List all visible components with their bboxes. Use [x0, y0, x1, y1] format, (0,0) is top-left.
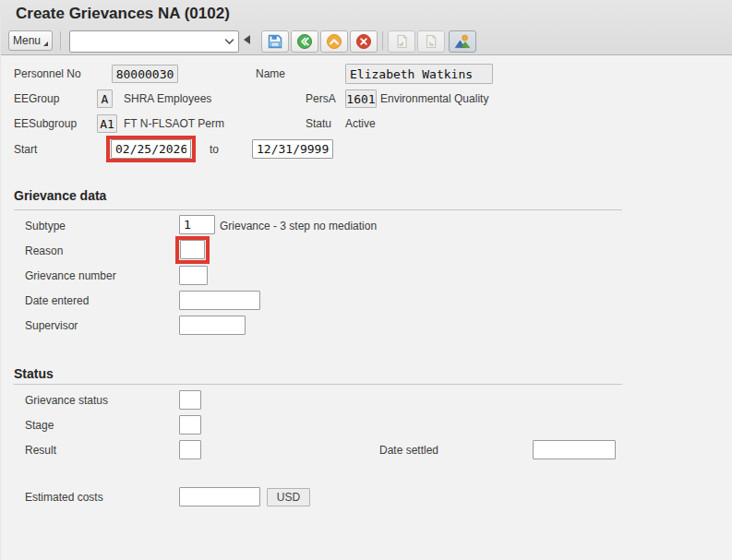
- command-input[interactable]: [70, 33, 224, 50]
- result-input[interactable]: [179, 440, 201, 459]
- grievance-status-input[interactable]: [179, 390, 201, 410]
- name-value: Elizabeth Watkins: [345, 64, 493, 84]
- window-header: Create Grievances NA (0102) Menu: [1, 0, 732, 55]
- supervisor-label: Supervisor: [25, 319, 78, 332]
- pers-a-value: 1601: [345, 89, 377, 108]
- next-document-button: [417, 30, 445, 53]
- photo-icon: [454, 33, 471, 50]
- subtype-label: Subtype: [25, 220, 66, 232]
- command-combobox[interactable]: [69, 30, 239, 53]
- menu-button[interactable]: Menu: [8, 30, 53, 51]
- grievance-status-label: Grievance status: [25, 394, 108, 407]
- ee-subgroup-label: EESubgroup: [14, 117, 77, 130]
- ee-group-text: SHRA Employees: [124, 92, 211, 105]
- estimated-costs-input[interactable]: [179, 487, 260, 506]
- exit-button[interactable]: [320, 30, 348, 53]
- supervisor-input[interactable]: [179, 316, 246, 335]
- combo-chevron-down-icon: [224, 38, 234, 45]
- ee-group-label: EEGroup: [14, 92, 59, 105]
- grievance-number-label: Grievance number: [25, 269, 116, 282]
- start-date-input[interactable]: [111, 139, 191, 159]
- cancel-icon: [355, 33, 372, 50]
- currency-value: USD: [267, 488, 310, 506]
- date-settled-input[interactable]: [533, 440, 616, 459]
- status-text: Active: [345, 117, 376, 130]
- menu-corner-icon: [43, 42, 48, 46]
- date-entered-label: Date entered: [25, 294, 89, 307]
- name-label: Name: [256, 67, 285, 80]
- prev-document-icon: [393, 33, 410, 50]
- grievance-data-section-title: Grievance data: [14, 188, 106, 203]
- pers-a-label: PersA: [306, 92, 336, 105]
- personnel-no-value: 80000030: [112, 65, 178, 83]
- back-button[interactable]: [291, 30, 318, 53]
- exit-icon: [326, 33, 342, 50]
- subtype-text: Grievance - 3 step no mediation: [220, 220, 377, 232]
- start-label: Start: [14, 143, 37, 156]
- create-grievances-window: Create Grievances NA (0102) Menu: [0, 0, 732, 560]
- ee-group-value: A: [97, 89, 113, 108]
- photo-button[interactable]: [449, 30, 476, 53]
- grievance-number-input[interactable]: [179, 266, 208, 285]
- back-icon: [296, 33, 313, 50]
- save-button[interactable]: [261, 30, 289, 53]
- ee-subgroup-text: FT N-FLSAOT Perm: [124, 117, 224, 130]
- menu-button-label: Menu: [13, 34, 41, 47]
- to-label: to: [210, 143, 219, 156]
- personnel-no-label: Personnel No: [14, 67, 81, 80]
- status-label: Statu: [306, 117, 331, 130]
- save-icon: [267, 33, 283, 50]
- estimated-costs-label: Estimated costs: [25, 491, 103, 504]
- date-settled-label: Date settled: [379, 444, 438, 457]
- toolbar-separator: [60, 31, 61, 50]
- cancel-button[interactable]: [350, 30, 378, 53]
- ee-subgroup-value: A1: [97, 114, 117, 133]
- subtype-input[interactable]: [179, 215, 215, 234]
- pers-a-text: Environmental Quality: [380, 92, 488, 105]
- collapse-left-icon[interactable]: [244, 35, 250, 44]
- stage-input[interactable]: [179, 415, 201, 435]
- reason-input[interactable]: [180, 240, 205, 259]
- result-label: Result: [25, 444, 56, 457]
- reason-label: Reason: [25, 244, 63, 257]
- section-divider: [14, 209, 622, 210]
- date-entered-input[interactable]: [179, 291, 260, 310]
- section-divider: [14, 384, 622, 385]
- stage-label: Stage: [25, 419, 54, 432]
- next-document-icon: [423, 33, 439, 50]
- end-date-input[interactable]: [252, 139, 333, 159]
- status-section-title: Status: [14, 366, 54, 381]
- page-title: Create Grievances NA (0102): [16, 5, 230, 23]
- prev-document-button: [388, 30, 415, 53]
- toolbar-separator: [382, 31, 383, 50]
